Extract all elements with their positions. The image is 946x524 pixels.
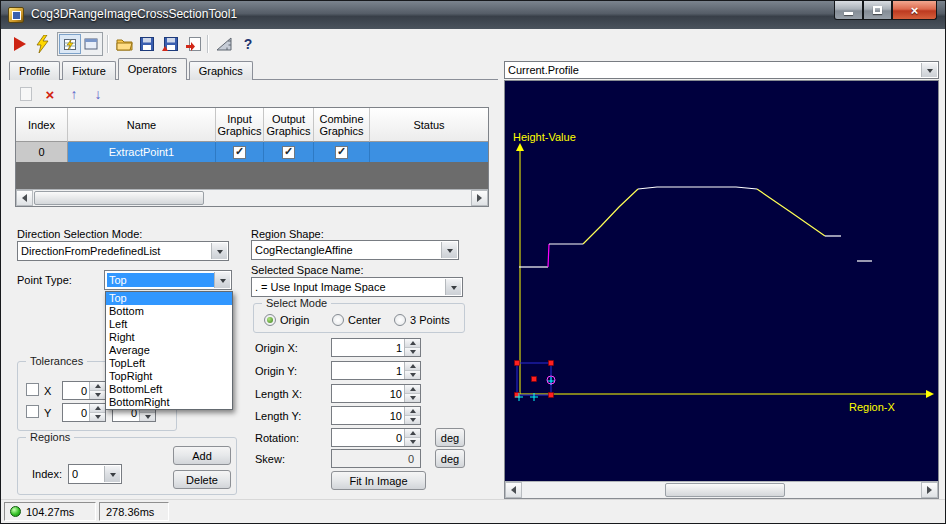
- spin-up-button[interactable]: [405, 362, 420, 371]
- column-header-combine: Combine Graphics: [314, 108, 370, 142]
- tab-fixture[interactable]: Fixture: [62, 61, 116, 80]
- status-led-icon: [10, 506, 21, 517]
- input-graphics-checkbox[interactable]: [233, 146, 246, 159]
- delete-operator-button[interactable]: ×: [41, 85, 59, 103]
- column-header-output: Output Graphics: [264, 108, 314, 142]
- scroll-right-button[interactable]: [471, 190, 488, 206]
- tolerance-x-min-input[interactable]: 0: [62, 381, 106, 400]
- tolerance-x-checkbox[interactable]: [26, 383, 39, 396]
- grid-run-toggle-button[interactable]: [59, 34, 81, 54]
- add-region-button[interactable]: Add: [173, 446, 231, 465]
- dropdown-option-right[interactable]: Right: [106, 331, 232, 344]
- spin-up-button[interactable]: [405, 429, 420, 438]
- dropdown-option-top[interactable]: Top: [106, 292, 232, 305]
- table-horizontal-scrollbar[interactable]: [16, 189, 488, 206]
- save-button[interactable]: [136, 33, 158, 55]
- maximize-button[interactable]: [863, 1, 892, 20]
- delete-region-button[interactable]: Delete: [173, 470, 231, 489]
- display-record-combobox[interactable]: Current.Profile: [504, 61, 939, 79]
- move-up-button[interactable]: ↑: [65, 85, 83, 103]
- tab-graphics[interactable]: Graphics: [189, 61, 253, 80]
- skew-deg-button[interactable]: deg: [435, 449, 465, 468]
- length-x-input[interactable]: 10: [331, 384, 421, 403]
- float-window-toggle-button[interactable]: [81, 34, 101, 54]
- minimize-button[interactable]: [834, 1, 863, 20]
- table-row[interactable]: 0 ExtractPoint1: [16, 142, 488, 162]
- spin-down-button[interactable]: [405, 348, 420, 356]
- spin-down-button[interactable]: [90, 413, 105, 421]
- add-operator-button[interactable]: [17, 85, 35, 103]
- output-graphics-checkbox[interactable]: [282, 146, 295, 159]
- skew-input: 0: [331, 449, 421, 468]
- dropdown-option-bottom[interactable]: Bottom: [106, 305, 232, 318]
- tab-operators[interactable]: Operators: [118, 58, 187, 80]
- tolerance-x-label: X: [44, 385, 51, 397]
- spin-up-button[interactable]: [405, 339, 420, 348]
- rotation-deg-button[interactable]: deg: [435, 428, 465, 447]
- spin-down-button[interactable]: [405, 394, 420, 402]
- dropdown-option-left[interactable]: Left: [106, 318, 232, 331]
- combine-graphics-checkbox[interactable]: [335, 146, 348, 159]
- spin-up-button[interactable]: [90, 382, 105, 391]
- tab-profile[interactable]: Profile: [9, 61, 60, 80]
- region-shape-combobox[interactable]: CogRectangleAffine: [251, 240, 459, 260]
- spin-down-button[interactable]: [140, 413, 155, 421]
- origin-y-label: Origin Y:: [255, 365, 297, 377]
- point-type-combobox[interactable]: Top: [104, 270, 232, 290]
- run-button[interactable]: [9, 33, 31, 55]
- profile-plot[interactable]: Height-ValueRegion-X: [505, 81, 938, 481]
- chevron-down-icon: [451, 286, 457, 293]
- tolerance-y-checkbox[interactable]: [26, 405, 39, 418]
- scrollbar-thumb[interactable]: [34, 191, 204, 205]
- spin-up-button[interactable]: [405, 407, 420, 416]
- direction-mode-combobox[interactable]: DirectionFromPredefinedList: [17, 241, 229, 261]
- origin-x-input[interactable]: 1: [331, 338, 421, 357]
- combo-dropdown-button[interactable]: [211, 243, 227, 259]
- combo-dropdown-button[interactable]: [214, 272, 230, 288]
- profile-display[interactable]: Height-ValueRegion-X: [504, 80, 939, 499]
- length-x-label: Length X:: [255, 388, 302, 400]
- spin-down-button[interactable]: [405, 438, 420, 446]
- floppy-arrow-icon: [162, 37, 178, 52]
- protractor-button[interactable]: [213, 33, 235, 55]
- combo-dropdown-button[interactable]: [921, 63, 937, 77]
- scrollbar-thumb[interactable]: [665, 483, 785, 497]
- dropdown-option-topleft[interactable]: TopLeft: [106, 357, 232, 370]
- close-button[interactable]: ×: [892, 1, 937, 20]
- import-button[interactable]: [182, 33, 204, 55]
- save-image-button[interactable]: [159, 33, 181, 55]
- scroll-left-button[interactable]: [16, 190, 33, 206]
- rotation-input[interactable]: 0: [331, 428, 421, 447]
- region-shape-label: Region Shape:: [251, 228, 324, 240]
- scroll-right-button[interactable]: [921, 482, 938, 498]
- spin-down-button[interactable]: [90, 391, 105, 399]
- region-index-combobox[interactable]: 0: [68, 464, 122, 484]
- combo-dropdown-button[interactable]: [104, 466, 120, 482]
- display-horizontal-scrollbar[interactable]: [505, 481, 938, 498]
- row-name-cell: ExtractPoint1: [68, 142, 216, 162]
- spin-down-button[interactable]: [405, 416, 420, 424]
- combo-dropdown-button[interactable]: [441, 242, 457, 258]
- move-down-button[interactable]: ↓: [89, 85, 107, 103]
- radio-center[interactable]: Center: [332, 314, 381, 326]
- scroll-left-button[interactable]: [505, 482, 522, 498]
- spin-up-button[interactable]: [90, 404, 105, 413]
- spin-up-button[interactable]: [405, 385, 420, 394]
- dropdown-option-bottomright[interactable]: BottomRight: [106, 396, 232, 409]
- combo-dropdown-button[interactable]: [445, 279, 461, 295]
- point-type-label: Point Type:: [17, 274, 72, 286]
- length-y-input[interactable]: 10: [331, 406, 421, 425]
- electric-run-button[interactable]: [31, 33, 53, 55]
- dropdown-option-average[interactable]: Average: [106, 344, 232, 357]
- open-file-button[interactable]: [113, 33, 135, 55]
- dropdown-option-topright[interactable]: TopRight: [106, 370, 232, 383]
- radio-3points[interactable]: 3 Points: [394, 314, 450, 326]
- help-button[interactable]: ?: [237, 33, 259, 55]
- tolerance-y-min-input[interactable]: 0: [62, 403, 106, 422]
- spin-down-button[interactable]: [405, 371, 420, 379]
- radio-origin[interactable]: Origin: [264, 314, 309, 326]
- origin-y-input[interactable]: 1: [331, 361, 421, 380]
- fit-in-image-button[interactable]: Fit In Image: [331, 471, 426, 490]
- space-name-combobox[interactable]: . = Use Input Image Space: [251, 277, 463, 297]
- dropdown-option-bottomleft[interactable]: BottomLeft: [106, 383, 232, 396]
